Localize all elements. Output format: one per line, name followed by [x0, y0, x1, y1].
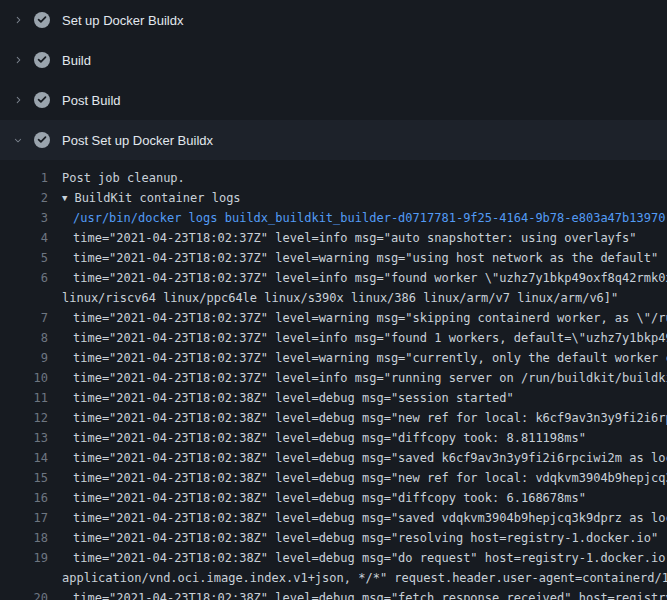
step-label: Post Set up Docker Buildx: [62, 133, 213, 148]
log-line: 13time="2021-04-23T18:02:38Z" level=debu…: [0, 428, 667, 448]
log-line: 12time="2021-04-23T18:02:38Z" level=debu…: [0, 408, 667, 428]
line-number: 10: [0, 368, 48, 388]
log-text: time="2021-04-23T18:02:38Z" level=debug …: [48, 548, 667, 568]
log-text: time="2021-04-23T18:02:38Z" level=debug …: [48, 508, 667, 528]
log-text: time="2021-04-23T18:02:38Z" level=debug …: [48, 488, 667, 508]
line-number: 4: [0, 228, 48, 248]
log-text: time="2021-04-23T18:02:37Z" level=warnin…: [48, 248, 667, 268]
line-number: 2: [0, 188, 48, 208]
log-group-toggle[interactable]: ▼BuildKit container logs: [48, 188, 667, 208]
log-line: 10time="2021-04-23T18:02:37Z" level=info…: [0, 368, 667, 388]
chevron-down-icon[interactable]: [12, 132, 24, 148]
log-line: 5time="2021-04-23T18:02:37Z" level=warni…: [0, 248, 667, 268]
workflow-steps-list: Set up Docker BuildxBuildPost BuildPost …: [0, 0, 667, 160]
step-header-build[interactable]: Build: [0, 40, 667, 80]
log-line: linux/riscv64 linux/ppc64le linux/s390x …: [0, 288, 667, 308]
log-text: time="2021-04-23T18:02:37Z" level=warnin…: [48, 308, 667, 328]
log-text: time="2021-04-23T18:02:38Z" level=debug …: [48, 408, 667, 428]
line-number: [0, 568, 48, 588]
log-line: 16time="2021-04-23T18:02:38Z" level=debu…: [0, 488, 667, 508]
line-number: 20: [0, 588, 48, 600]
log-line: 8time="2021-04-23T18:02:37Z" level=info …: [0, 328, 667, 348]
line-number: 14: [0, 448, 48, 468]
check-circle-icon: [34, 12, 50, 28]
log-line: 1Post job cleanup.: [0, 168, 667, 188]
line-number: 12: [0, 408, 48, 428]
line-number: 15: [0, 468, 48, 488]
line-number: 17: [0, 508, 48, 528]
check-circle-icon: [34, 92, 50, 108]
log-line: 11time="2021-04-23T18:02:38Z" level=debu…: [0, 388, 667, 408]
log-line: 7time="2021-04-23T18:02:37Z" level=warni…: [0, 308, 667, 328]
log-line: 18time="2021-04-23T18:02:38Z" level=debu…: [0, 528, 667, 548]
log-line: 6time="2021-04-23T18:02:37Z" level=info …: [0, 268, 667, 288]
log-text: time="2021-04-23T18:02:37Z" level=info m…: [48, 328, 667, 348]
log-text: time="2021-04-23T18:02:37Z" level=info m…: [48, 268, 667, 288]
log-line: 15time="2021-04-23T18:02:38Z" level=debu…: [0, 468, 667, 488]
log-text: application/vnd.oci.image.index.v1+json,…: [48, 568, 667, 588]
log-text: time="2021-04-23T18:02:37Z" level=info m…: [48, 228, 667, 248]
line-number: 3: [0, 208, 48, 228]
line-number: 9: [0, 348, 48, 368]
log-text: time="2021-04-23T18:02:38Z" level=debug …: [48, 528, 667, 548]
chevron-right-icon[interactable]: [12, 12, 24, 28]
disclosure-triangle-icon[interactable]: ▼: [62, 188, 67, 208]
step-header-set-up-docker-buildx[interactable]: Set up Docker Buildx: [0, 0, 667, 40]
line-number: 8: [0, 328, 48, 348]
line-number: 11: [0, 388, 48, 408]
log-text: time="2021-04-23T18:02:38Z" level=debug …: [48, 428, 667, 448]
log-text: linux/riscv64 linux/ppc64le linux/s390x …: [48, 288, 667, 308]
line-number: 16: [0, 488, 48, 508]
line-number: 6: [0, 268, 48, 288]
log-command-text: /usr/bin/docker logs buildx_buildkit_bui…: [48, 208, 667, 228]
chevron-right-icon[interactable]: [12, 92, 24, 108]
log-line: application/vnd.oci.image.index.v1+json,…: [0, 568, 667, 588]
log-line: 20time="2021-04-23T18:02:38Z" level=debu…: [0, 588, 667, 600]
line-number: 18: [0, 528, 48, 548]
log-line: 9time="2021-04-23T18:02:37Z" level=warni…: [0, 348, 667, 368]
step-label: Build: [62, 53, 91, 68]
check-circle-icon: [34, 52, 50, 68]
line-number: [0, 288, 48, 308]
line-number: 1: [0, 168, 48, 188]
log-line: 14time="2021-04-23T18:02:38Z" level=debu…: [0, 448, 667, 468]
log-line: 19time="2021-04-23T18:02:38Z" level=debu…: [0, 548, 667, 568]
log-viewer: 1Post job cleanup.2▼BuildKit container l…: [0, 160, 667, 600]
log-text: Post job cleanup.: [48, 168, 667, 188]
log-line: 2▼BuildKit container logs: [0, 188, 667, 208]
line-number: 13: [0, 428, 48, 448]
log-line: 3/usr/bin/docker logs buildx_buildkit_bu…: [0, 208, 667, 228]
log-text: time="2021-04-23T18:02:38Z" level=debug …: [48, 388, 667, 408]
log-group-label: BuildKit container logs: [74, 191, 240, 205]
line-number: 7: [0, 308, 48, 328]
log-text: time="2021-04-23T18:02:38Z" level=debug …: [48, 588, 667, 600]
log-text: time="2021-04-23T18:02:37Z" level=warnin…: [48, 348, 667, 368]
check-circle-icon: [34, 132, 50, 148]
step-header-post-set-up-docker-buildx[interactable]: Post Set up Docker Buildx: [0, 120, 667, 160]
log-line: 4time="2021-04-23T18:02:37Z" level=info …: [0, 228, 667, 248]
line-number: 19: [0, 548, 48, 568]
step-label: Set up Docker Buildx: [62, 13, 183, 28]
log-text: time="2021-04-23T18:02:38Z" level=debug …: [48, 468, 667, 488]
chevron-right-icon[interactable]: [12, 52, 24, 68]
log-text: time="2021-04-23T18:02:38Z" level=debug …: [48, 448, 667, 468]
line-number: 5: [0, 248, 48, 268]
log-text: time="2021-04-23T18:02:37Z" level=info m…: [48, 368, 667, 388]
log-line: 17time="2021-04-23T18:02:38Z" level=debu…: [0, 508, 667, 528]
step-label: Post Build: [62, 93, 121, 108]
step-header-post-build[interactable]: Post Build: [0, 80, 667, 120]
